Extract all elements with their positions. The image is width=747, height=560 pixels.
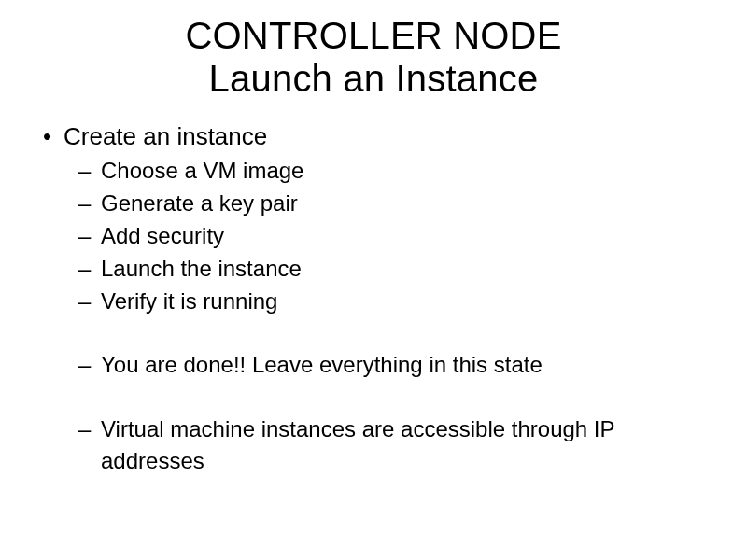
dash-item: Launch the instance (101, 253, 710, 285)
dash-list: Choose a VM image Generate a key pair Ad… (63, 155, 710, 477)
dash-item: Virtual machine instances are accessible… (101, 413, 710, 477)
dash-item: Add security (101, 220, 710, 252)
bullet-item: Create an instance Choose a VM image Gen… (63, 120, 710, 477)
dash-item: Generate a key pair (101, 188, 710, 219)
dash-item: You are done!! Leave everything in this … (101, 349, 710, 381)
dash-item: Verify it is running (101, 286, 710, 317)
title-line-1: CONTROLLER NODE (112, 14, 635, 57)
dash-item: Choose a VM image (101, 155, 710, 187)
slide-title: CONTROLLER NODE Launch an Instance (37, 14, 710, 100)
title-line-2: Launch an Instance (112, 57, 635, 100)
bullet-label: Create an instance (63, 122, 267, 150)
bullet-list: Create an instance Choose a VM image Gen… (37, 120, 710, 477)
